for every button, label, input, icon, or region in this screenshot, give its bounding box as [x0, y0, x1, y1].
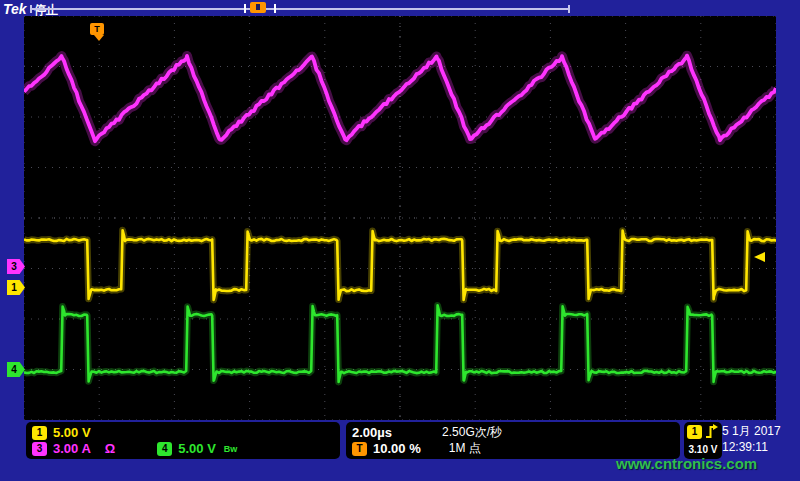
brand-logo: Tek — [3, 1, 27, 17]
trigger-level-arrow-icon — [754, 252, 765, 262]
trigger-position-readout: 10.00 % — [373, 441, 421, 456]
window-right-marker — [274, 4, 276, 13]
ch4-badge: 4 — [157, 442, 172, 456]
oscilloscope-screen: Tek 停止 T 3 1 4 1 5.00 V 3 3.00 A Ω 4 5.0… — [0, 0, 800, 481]
channel-readouts-box: 1 5.00 V 3 3.00 A Ω 4 5.00 V Bw — [26, 422, 340, 459]
datetime-block: 5 1月 2017 12:39:11 — [722, 423, 781, 457]
ch4-scale: 5.00 V — [178, 441, 216, 456]
date-readout: 5 1月 2017 — [722, 423, 781, 440]
ch3-scale: 3.00 A — [53, 441, 91, 456]
horizontal-readouts-box: 2.00µs 2.50G次/秒 T 10.00 % 1M 点 — [346, 422, 680, 459]
sample-rate-readout: 2.50G次/秒 — [442, 424, 502, 441]
timebase-readout: 2.00µs — [352, 425, 392, 440]
ch3-badge: 3 — [32, 442, 47, 456]
record-view-left-bracket — [30, 5, 32, 13]
watermark: www.cntronics.com — [616, 455, 757, 472]
ch1-position-marker: 1 — [7, 280, 25, 295]
trigger-position-badge: T — [352, 442, 367, 456]
trigger-position-flag: T — [90, 23, 104, 35]
trigger-readouts-box: 1 3.10 V — [684, 422, 722, 459]
ch3-coupling-indicator: Ω — [105, 441, 115, 456]
expansion-point-icon — [250, 2, 266, 13]
rising-edge-icon — [705, 424, 718, 439]
ch3-position-marker: 3 — [7, 259, 25, 274]
trigger-source-badge: 1 — [687, 425, 702, 439]
waveform-display — [24, 16, 776, 420]
ch4-position-marker: 4 — [7, 362, 25, 377]
trigger-position-arrow-icon — [94, 35, 104, 41]
trigger-level-readout: 3.10 V — [689, 444, 718, 455]
record-view-line — [30, 8, 570, 10]
bandwidth-limit-icon: Bw — [224, 444, 238, 454]
record-length-readout: 1M 点 — [449, 440, 481, 457]
ch1-badge: 1 — [32, 426, 47, 440]
window-left-marker — [244, 4, 246, 13]
record-view-right-bracket — [568, 5, 570, 13]
ch1-scale: 5.00 V — [53, 425, 91, 440]
